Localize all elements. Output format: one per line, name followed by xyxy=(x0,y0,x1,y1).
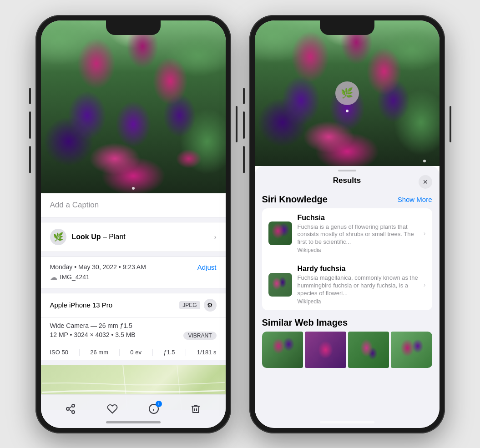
info-badge: i xyxy=(156,401,162,407)
fuchsia-chevron-icon: › xyxy=(424,230,426,237)
vibrant-badge: VIBRANT xyxy=(183,332,216,340)
pagination-dot-left xyxy=(132,187,135,190)
hardy-fuchsia-source: Wikipedia xyxy=(298,298,418,305)
results-title: Results xyxy=(333,176,361,185)
volume-down-button[interactable] xyxy=(29,146,31,173)
info-button[interactable]: i xyxy=(144,399,164,419)
web-image-2[interactable] xyxy=(305,332,346,368)
right-phone: 🌿 Results ✕ Siri Knowledge Show More xyxy=(249,15,445,433)
hardy-fuchsia-name: Hardy fuchsia xyxy=(298,265,418,273)
fuchsia-thumbnail xyxy=(268,221,292,245)
lookup-label: Look Up xyxy=(72,233,101,241)
fuchsia-description: Fuchsia is a genus of flowering plants t… xyxy=(298,223,418,247)
exif-row: ISO 50 26 mm 0 ev ƒ1.5 1/181 s xyxy=(41,345,226,360)
lookup-section[interactable]: 🌿 Look Up – Plant › xyxy=(41,222,226,252)
exif-divider-3 xyxy=(152,349,153,356)
power-button-left[interactable] xyxy=(236,106,237,142)
vibrant-row: 12 MP • 3024 × 4032 • 3.5 MB VIBRANT xyxy=(50,331,217,340)
mute-button-right[interactable] xyxy=(243,88,245,104)
knowledge-item-hardy-fuchsia[interactable]: Hardy fuchsia Fuchsia magellanica, commo… xyxy=(262,259,432,310)
hardy-fuchsia-chevron-icon: › xyxy=(424,281,426,288)
hardy-fuchsia-thumbnail xyxy=(268,273,292,297)
volume-up-button[interactable] xyxy=(29,111,31,139)
left-phone-screen: Add a Caption 🌿 Look Up – Plant › xyxy=(41,20,226,428)
fuchsia-name: Fuchsia xyxy=(298,214,418,222)
camera-details: Wide Camera — 26 mm ƒ1.5 12 MP • 3024 × … xyxy=(41,317,226,345)
exif-aperture: ƒ1.5 xyxy=(163,349,175,356)
device-row: Apple iPhone 13 Pro JPEG ⚙ xyxy=(41,293,226,317)
visual-lookup-button[interactable]: 🌿 xyxy=(335,81,359,105)
exif-iso: ISO 50 xyxy=(50,349,68,356)
right-side-buttons-left xyxy=(243,88,245,173)
notch-right xyxy=(320,20,374,35)
gear-button[interactable]: ⚙ xyxy=(204,299,217,312)
device-badges: JPEG ⚙ xyxy=(179,299,216,312)
web-image-3[interactable] xyxy=(348,332,389,368)
caption-placeholder: Add a Caption xyxy=(50,201,99,209)
volume-up-right[interactable] xyxy=(243,111,245,139)
left-side-buttons xyxy=(29,88,31,173)
device-name: Apple iPhone 13 Pro xyxy=(50,301,113,309)
volume-down-right[interactable] xyxy=(243,146,245,173)
web-images-row xyxy=(262,332,432,368)
exif-ev: 0 ev xyxy=(130,349,141,356)
knowledge-item-fuchsia[interactable]: Fuchsia Fuchsia is a genus of flowering … xyxy=(262,208,432,259)
siri-knowledge-header: Siri Knowledge Show More xyxy=(262,194,432,205)
cloud-icon: ☁ xyxy=(50,273,57,282)
svg-point-1 xyxy=(66,408,69,410)
web-images-title: Similar Web Images xyxy=(262,317,432,328)
photo-section-right: 🌿 xyxy=(255,20,440,166)
home-indicator-left xyxy=(106,421,161,423)
results-sheet: Results ✕ Siri Knowledge Show More xyxy=(255,166,440,428)
caption-area[interactable]: Add a Caption xyxy=(41,193,226,217)
resolution: 12 MP • 3024 × 4032 • 3.5 MB xyxy=(50,331,136,338)
lookup-icon-circle: 🌿 xyxy=(50,229,66,245)
left-phone: Add a Caption 🌿 Look Up – Plant › xyxy=(35,15,231,433)
phones-container: Add a Caption 🌿 Look Up – Plant › xyxy=(35,15,445,433)
date-row: Monday • May 30, 2022 • 9:23 AM Adjust xyxy=(50,263,217,271)
exif-divider-1 xyxy=(79,349,80,356)
metadata-section: Monday • May 30, 2022 • 9:23 AM Adjust ☁… xyxy=(41,257,226,288)
hardy-fuchsia-description: Fuchsia magellanica, commonly known as t… xyxy=(298,274,418,297)
share-button[interactable] xyxy=(61,399,81,419)
exif-shutter: 1/181 s xyxy=(197,349,217,356)
photo-date: Monday • May 30, 2022 • 9:23 AM xyxy=(50,263,146,271)
close-button[interactable]: ✕ xyxy=(419,175,432,189)
web-image-4[interactable] xyxy=(391,332,432,368)
photo-section-left xyxy=(41,20,226,193)
show-more-button[interactable]: Show More xyxy=(398,196,432,203)
svg-point-0 xyxy=(72,404,75,407)
info-section: Add a Caption 🌿 Look Up – Plant › xyxy=(41,193,226,428)
heart-button[interactable] xyxy=(102,399,122,419)
exif-divider-4 xyxy=(186,349,186,356)
right-phone-screen: 🌿 Results ✕ Siri Knowledge Show More xyxy=(255,20,440,428)
home-indicator-right xyxy=(320,421,374,423)
mute-button[interactable] xyxy=(29,88,31,104)
siri-knowledge-title: Siri Knowledge xyxy=(262,194,328,205)
pagination-dot-right xyxy=(423,160,426,162)
filename-text: IMG_4241 xyxy=(60,273,90,281)
fuchsia-source: Wikipedia xyxy=(298,247,418,253)
jpeg-badge: JPEG xyxy=(179,301,200,309)
lookup-dash: – xyxy=(103,233,107,241)
results-content: Siri Knowledge Show More Fuchsia Fuchsia… xyxy=(255,189,440,428)
lookup-category: Plant xyxy=(109,233,125,241)
hardy-fuchsia-info: Hardy fuchsia Fuchsia magellanica, commo… xyxy=(298,265,418,305)
web-images-section: Similar Web Images xyxy=(262,317,432,368)
power-button-right[interactable] xyxy=(450,106,451,142)
web-image-1[interactable] xyxy=(262,332,303,368)
exif-focal: 26 mm xyxy=(90,349,108,356)
adjust-button[interactable]: Adjust xyxy=(197,263,217,271)
notch-left xyxy=(106,20,161,35)
trash-button[interactable] xyxy=(186,399,206,419)
filename-row: ☁ IMG_4241 xyxy=(50,273,217,282)
svg-point-2 xyxy=(72,411,75,413)
lookup-chevron-icon: › xyxy=(214,233,217,241)
knowledge-card: Fuchsia Fuchsia is a genus of flowering … xyxy=(262,208,432,310)
results-header: Results ✕ xyxy=(255,171,440,189)
device-section: Apple iPhone 13 Pro JPEG ⚙ Wide Camera —… xyxy=(41,293,226,360)
lookup-text: Look Up – Plant xyxy=(72,233,126,241)
leaf-icon: 🌿 xyxy=(53,232,63,242)
fuchsia-info: Fuchsia Fuchsia is a genus of flowering … xyxy=(298,214,418,254)
exif-divider-2 xyxy=(119,349,120,356)
